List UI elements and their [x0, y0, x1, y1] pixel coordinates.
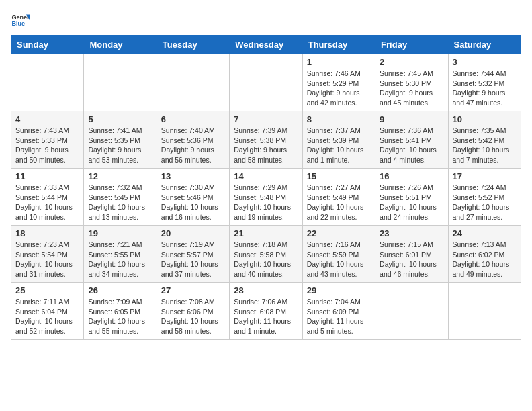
- day-number: 18: [15, 228, 79, 238]
- day-number: 13: [161, 171, 225, 181]
- day-info: Sunrise: 7:06 AM Sunset: 6:08 PM Dayligh…: [234, 297, 298, 336]
- calendar-cell: [375, 283, 448, 340]
- day-info: Sunrise: 7:45 AM Sunset: 5:30 PM Dayligh…: [380, 68, 443, 108]
- calendar-cell: 29Sunrise: 7:04 AM Sunset: 6:09 PM Dayli…: [302, 283, 375, 340]
- day-info: Sunrise: 7:29 AM Sunset: 5:48 PM Dayligh…: [234, 183, 298, 222]
- calendar-cell: 3Sunrise: 7:44 AM Sunset: 5:32 PM Daylig…: [448, 54, 521, 111]
- calendar-cell: 12Sunrise: 7:32 AM Sunset: 5:45 PM Dayli…: [84, 169, 157, 226]
- day-info: Sunrise: 7:04 AM Sunset: 6:09 PM Dayligh…: [307, 297, 371, 336]
- calendar-cell: [230, 54, 302, 111]
- calendar-cell: 13Sunrise: 7:30 AM Sunset: 5:46 PM Dayli…: [157, 169, 229, 226]
- day-number: 2: [380, 57, 443, 67]
- day-number: 9: [380, 114, 443, 124]
- day-number: 8: [307, 114, 371, 124]
- calendar-cell: [84, 54, 157, 111]
- calendar-week-row: 25Sunrise: 7:11 AM Sunset: 6:04 PM Dayli…: [11, 283, 521, 340]
- weekday-header: Wednesday: [230, 36, 302, 54]
- calendar-cell: 19Sunrise: 7:21 AM Sunset: 5:55 PM Dayli…: [84, 226, 157, 283]
- day-info: Sunrise: 7:13 AM Sunset: 6:02 PM Dayligh…: [453, 240, 517, 279]
- day-number: 7: [234, 114, 298, 124]
- calendar-cell: 24Sunrise: 7:13 AM Sunset: 6:02 PM Dayli…: [448, 226, 521, 283]
- day-info: Sunrise: 7:08 AM Sunset: 6:06 PM Dayligh…: [161, 297, 225, 336]
- day-number: 29: [307, 285, 371, 295]
- calendar-week-row: 4Sunrise: 7:43 AM Sunset: 5:33 PM Daylig…: [11, 111, 521, 169]
- logo-icon: General Blue: [11, 11, 30, 30]
- calendar-cell: 23Sunrise: 7:15 AM Sunset: 6:01 PM Dayli…: [375, 226, 448, 283]
- weekday-header: Monday: [84, 36, 157, 54]
- day-number: 17: [453, 171, 517, 181]
- day-info: Sunrise: 7:09 AM Sunset: 6:05 PM Dayligh…: [88, 297, 152, 336]
- day-number: 27: [161, 285, 225, 295]
- day-number: 23: [380, 228, 443, 238]
- day-info: Sunrise: 7:36 AM Sunset: 5:41 PM Dayligh…: [380, 126, 443, 165]
- day-number: 14: [234, 171, 298, 181]
- day-number: 3: [453, 57, 517, 67]
- calendar-cell: 2Sunrise: 7:45 AM Sunset: 5:30 PM Daylig…: [375, 54, 448, 111]
- day-info: Sunrise: 7:37 AM Sunset: 5:39 PM Dayligh…: [307, 126, 371, 165]
- day-info: Sunrise: 7:27 AM Sunset: 5:49 PM Dayligh…: [307, 183, 371, 222]
- day-number: 28: [234, 285, 298, 295]
- calendar-cell: 25Sunrise: 7:11 AM Sunset: 6:04 PM Dayli…: [11, 283, 84, 340]
- calendar-cell: 7Sunrise: 7:39 AM Sunset: 5:38 PM Daylig…: [230, 111, 302, 169]
- calendar-cell: 17Sunrise: 7:24 AM Sunset: 5:52 PM Dayli…: [448, 169, 521, 226]
- logo: General Blue: [11, 11, 32, 30]
- calendar-cell: 4Sunrise: 7:43 AM Sunset: 5:33 PM Daylig…: [11, 111, 84, 169]
- day-info: Sunrise: 7:30 AM Sunset: 5:46 PM Dayligh…: [161, 183, 225, 222]
- day-info: Sunrise: 7:32 AM Sunset: 5:45 PM Dayligh…: [88, 183, 152, 222]
- svg-text:Blue: Blue: [11, 20, 25, 27]
- weekday-header: Friday: [375, 36, 448, 54]
- day-info: Sunrise: 7:33 AM Sunset: 5:44 PM Dayligh…: [15, 183, 79, 222]
- day-number: 12: [88, 171, 152, 181]
- day-info: Sunrise: 7:18 AM Sunset: 5:58 PM Dayligh…: [234, 240, 298, 279]
- calendar-cell: 1Sunrise: 7:46 AM Sunset: 5:29 PM Daylig…: [302, 54, 375, 111]
- calendar-cell: 26Sunrise: 7:09 AM Sunset: 6:05 PM Dayli…: [84, 283, 157, 340]
- day-info: Sunrise: 7:19 AM Sunset: 5:57 PM Dayligh…: [161, 240, 225, 279]
- calendar-cell: 28Sunrise: 7:06 AM Sunset: 6:08 PM Dayli…: [230, 283, 302, 340]
- calendar-cell: 6Sunrise: 7:40 AM Sunset: 5:36 PM Daylig…: [157, 111, 229, 169]
- day-number: 1: [307, 57, 371, 67]
- calendar-table: SundayMondayTuesdayWednesdayThursdayFrid…: [11, 35, 521, 340]
- day-number: 26: [88, 285, 152, 295]
- day-number: 11: [15, 171, 79, 181]
- calendar-cell: 16Sunrise: 7:26 AM Sunset: 5:51 PM Dayli…: [375, 169, 448, 226]
- calendar-week-row: 11Sunrise: 7:33 AM Sunset: 5:44 PM Dayli…: [11, 169, 521, 226]
- calendar-cell: 11Sunrise: 7:33 AM Sunset: 5:44 PM Dayli…: [11, 169, 84, 226]
- day-info: Sunrise: 7:40 AM Sunset: 5:36 PM Dayligh…: [161, 126, 225, 165]
- calendar-cell: 9Sunrise: 7:36 AM Sunset: 5:41 PM Daylig…: [375, 111, 448, 169]
- calendar-cell: [157, 54, 229, 111]
- day-info: Sunrise: 7:35 AM Sunset: 5:42 PM Dayligh…: [453, 126, 517, 165]
- day-info: Sunrise: 7:24 AM Sunset: 5:52 PM Dayligh…: [453, 183, 517, 222]
- day-info: Sunrise: 7:15 AM Sunset: 6:01 PM Dayligh…: [380, 240, 443, 279]
- weekday-header: Thursday: [302, 36, 375, 54]
- day-info: Sunrise: 7:41 AM Sunset: 5:35 PM Dayligh…: [88, 126, 152, 165]
- calendar-cell: 10Sunrise: 7:35 AM Sunset: 5:42 PM Dayli…: [448, 111, 521, 169]
- day-info: Sunrise: 7:44 AM Sunset: 5:32 PM Dayligh…: [453, 68, 517, 108]
- day-info: Sunrise: 7:16 AM Sunset: 5:59 PM Dayligh…: [307, 240, 371, 279]
- day-number: 22: [307, 228, 371, 238]
- day-number: 25: [15, 285, 79, 295]
- calendar-cell: 18Sunrise: 7:23 AM Sunset: 5:54 PM Dayli…: [11, 226, 84, 283]
- day-number: 16: [380, 171, 443, 181]
- calendar-cell: 5Sunrise: 7:41 AM Sunset: 5:35 PM Daylig…: [84, 111, 157, 169]
- day-info: Sunrise: 7:43 AM Sunset: 5:33 PM Dayligh…: [15, 126, 79, 165]
- calendar-week-row: 18Sunrise: 7:23 AM Sunset: 5:54 PM Dayli…: [11, 226, 521, 283]
- calendar-week-row: 1Sunrise: 7:46 AM Sunset: 5:29 PM Daylig…: [11, 54, 521, 111]
- day-number: 20: [161, 228, 225, 238]
- calendar-cell: 15Sunrise: 7:27 AM Sunset: 5:49 PM Dayli…: [302, 169, 375, 226]
- calendar-cell: 8Sunrise: 7:37 AM Sunset: 5:39 PM Daylig…: [302, 111, 375, 169]
- day-number: 15: [307, 171, 371, 181]
- day-info: Sunrise: 7:26 AM Sunset: 5:51 PM Dayligh…: [380, 183, 443, 222]
- day-number: 4: [15, 114, 79, 124]
- day-number: 21: [234, 228, 298, 238]
- calendar-cell: 20Sunrise: 7:19 AM Sunset: 5:57 PM Dayli…: [157, 226, 229, 283]
- day-info: Sunrise: 7:11 AM Sunset: 6:04 PM Dayligh…: [15, 297, 79, 336]
- day-number: 5: [88, 114, 152, 124]
- weekday-header: Saturday: [448, 36, 521, 54]
- calendar-cell: [448, 283, 521, 340]
- page-header: General Blue: [11, 11, 521, 30]
- weekday-header: Sunday: [11, 36, 84, 54]
- calendar-cell: 22Sunrise: 7:16 AM Sunset: 5:59 PM Dayli…: [302, 226, 375, 283]
- day-number: 19: [88, 228, 152, 238]
- calendar-header-row: SundayMondayTuesdayWednesdayThursdayFrid…: [11, 36, 521, 54]
- calendar-cell: 27Sunrise: 7:08 AM Sunset: 6:06 PM Dayli…: [157, 283, 229, 340]
